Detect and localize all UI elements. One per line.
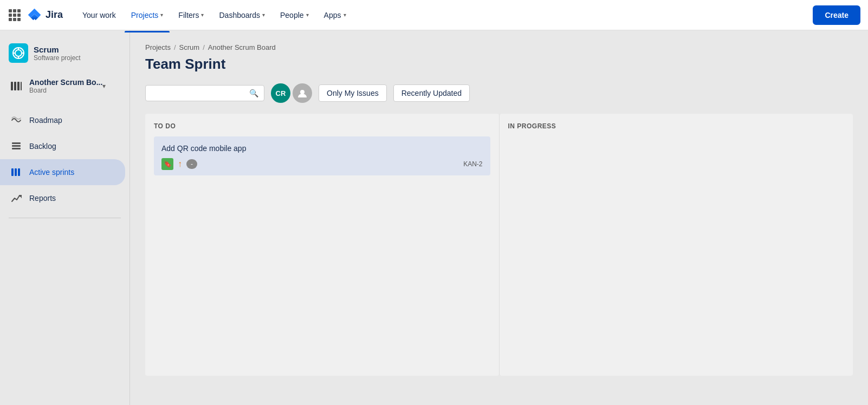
svg-rect-9 [21,82,22,90]
top-nav: Jira Your work Projects ▾ Filters ▾ Dash… [0,0,868,30]
svg-rect-11 [12,145,21,147]
breadcrumb: Projects / Scrum / Another Scrum Board [145,43,853,51]
active-sprints-icon [9,165,24,180]
sidebar-divider [9,218,121,218]
page-title: Team Sprint [145,56,853,73]
svg-rect-13 [11,168,14,176]
sidebar-item-backlog[interactable]: Backlog [0,133,125,159]
project-type: Software project [34,54,81,62]
inprogress-header: IN PROGRESS [508,122,845,130]
grid-menu-icon[interactable] [9,9,21,21]
svg-rect-8 [17,82,20,90]
project-name: Scrum [34,45,81,54]
card-medium-badge: - [186,159,197,169]
sidebar-board[interactable]: Another Scrum Bo... Board ▾ [0,74,129,99]
svg-point-16 [300,90,305,94]
nav-apps[interactable]: Apps ▾ [318,6,353,24]
breadcrumb-board: Another Scrum Board [208,43,276,51]
people-chevron-icon: ▾ [306,12,309,18]
breadcrumb-scrum[interactable]: Scrum [179,43,200,51]
board-toolbar: 🔍 CR Only My Issues Recently Updated [145,83,853,103]
roadmap-icon [9,113,24,128]
sidebar-item-active-sprints[interactable]: Active sprints [0,159,125,185]
card-priority-icon: ↑ [178,159,182,169]
reports-label: Reports [29,194,56,203]
project-icon [9,43,28,63]
board-name: Another Scrum Bo... [29,78,102,87]
apps-chevron-icon: ▾ [344,12,346,18]
card-id: KAN-2 [463,160,482,168]
board-icon [9,79,24,94]
nav-your-work[interactable]: Your work [76,6,122,24]
projects-chevron-icon: ▾ [160,12,163,18]
breadcrumb-sep1: / [174,43,176,51]
avatar-group: CR [271,83,312,103]
dashboards-chevron-icon: ▾ [262,12,265,18]
card-tag-icon: 🔖 [161,158,173,170]
nav-filters[interactable]: Filters ▾ [172,6,210,24]
board-area: TO DO Add QR code mobile app 🔖 ↑ - KAN-2… [145,114,853,376]
nav-items: Your work Projects ▾ Filters ▾ Dashboard… [76,6,814,24]
filters-chevron-icon: ▾ [201,12,204,18]
content-area: Projects / Scrum / Another Scrum Board T… [130,30,868,405]
nav-projects[interactable]: Projects ▾ [125,6,170,24]
only-my-issues-button[interactable]: Only My Issues [319,84,387,102]
board-chevron-icon: ▾ [102,82,106,90]
active-sprints-label: Active sprints [29,168,74,177]
svg-rect-7 [14,82,16,90]
board-column-todo: TO DO Add QR code mobile app 🔖 ↑ - KAN-2 [145,114,499,376]
card-footer: 🔖 ↑ - KAN-2 [161,158,483,170]
breadcrumb-sep2: / [203,43,205,51]
board-card-kan2[interactable]: Add QR code mobile app 🔖 ↑ - KAN-2 [154,136,490,175]
breadcrumb-projects[interactable]: Projects [145,43,171,51]
recently-updated-button[interactable]: Recently Updated [393,84,470,102]
create-button[interactable]: Create [814,6,859,24]
sidebar-item-roadmap[interactable]: Roadmap [0,107,125,133]
sidebar: Scrum Software project Another Scrum Bo.… [0,30,130,405]
search-input[interactable] [151,89,249,97]
nav-people[interactable]: People ▾ [274,6,315,24]
sidebar-item-reports[interactable]: Reports [0,185,125,211]
card-title: Add QR code mobile app [161,144,483,153]
svg-rect-6 [11,82,13,90]
avatar-cr[interactable]: CR [271,83,290,103]
svg-rect-10 [12,142,21,144]
board-sub: Board [29,87,102,94]
svg-rect-12 [12,148,21,149]
sidebar-project: Scrum Software project [0,39,129,67]
svg-rect-14 [15,168,17,176]
board-column-inprogress: IN PROGRESS [499,114,853,376]
main-layout: Scrum Software project Another Scrum Bo.… [0,30,868,405]
jira-logo-text: Jira [46,9,63,21]
search-icon: 🔍 [249,89,258,97]
jira-logo[interactable]: Jira [27,8,63,23]
avatar-anon[interactable] [293,83,312,103]
backlog-label: Backlog [29,142,56,151]
backlog-icon [9,139,24,154]
svg-point-1 [15,50,22,56]
svg-rect-15 [18,168,20,176]
reports-icon [9,191,24,206]
nav-dashboards[interactable]: Dashboards ▾ [212,6,271,24]
search-box[interactable]: 🔍 [145,85,264,101]
roadmap-label: Roadmap [29,116,62,125]
todo-header: TO DO [154,122,490,130]
